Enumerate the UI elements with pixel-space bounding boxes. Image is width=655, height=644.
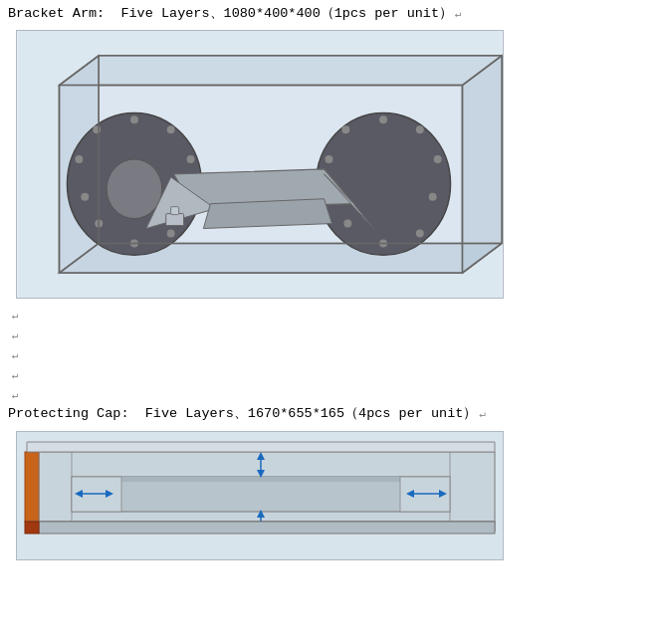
return-symbol-1: ↵ [455, 6, 462, 23]
svg-point-21 [434, 155, 442, 163]
return-symbol-4: ↵ [12, 348, 19, 361]
return-symbol-5: ↵ [12, 368, 19, 381]
svg-point-22 [429, 193, 437, 201]
svg-point-26 [343, 220, 351, 228]
svg-point-13 [75, 155, 83, 163]
svg-rect-73 [39, 522, 495, 534]
return-symbol-7: ↵ [479, 406, 486, 423]
protecting-cap-line: Protecting Cap: Five Layers、1670*655*165… [8, 404, 647, 424]
svg-point-12 [93, 126, 101, 134]
svg-point-9 [167, 126, 175, 134]
bracket-arm-image [16, 30, 504, 299]
bracket-arm-line: Bracket Arm: Five Layers、1080*400*400（1p… [8, 4, 647, 24]
svg-point-23 [341, 126, 349, 134]
svg-point-10 [187, 155, 195, 163]
return-after-image: ↵ [8, 305, 647, 324]
svg-point-14 [81, 193, 89, 201]
svg-marker-50 [27, 442, 495, 452]
protecting-cap-image [16, 431, 504, 560]
return-symbol-6: ↵ [12, 388, 19, 401]
bracket-arm-text: Bracket Arm: Five Layers、1080*400*400（1p… [8, 4, 453, 24]
svg-point-19 [379, 116, 387, 124]
svg-marker-2 [60, 56, 503, 86]
svg-rect-52 [72, 477, 450, 512]
blank-line-3: ↵ [8, 364, 647, 384]
svg-marker-32 [203, 199, 331, 229]
svg-point-7 [107, 159, 162, 219]
protecting-cap-text: Protecting Cap: Five Layers、1670*655*165… [8, 404, 477, 424]
svg-rect-49 [25, 452, 39, 522]
svg-rect-34 [171, 207, 179, 215]
return-symbol-2: ↵ [12, 309, 19, 322]
svg-rect-74 [25, 522, 39, 534]
svg-point-24 [326, 155, 333, 163]
blank-line-2: ↵ [8, 344, 647, 364]
svg-point-28 [416, 230, 424, 238]
svg-rect-33 [166, 214, 184, 226]
svg-point-20 [416, 126, 424, 134]
svg-point-17 [167, 230, 175, 238]
blank-line-1: ↵ [8, 324, 647, 344]
svg-point-8 [130, 116, 138, 124]
blank-line-4: ↵ [8, 384, 647, 404]
svg-marker-3 [462, 56, 502, 273]
return-symbol-3: ↵ [12, 328, 19, 341]
